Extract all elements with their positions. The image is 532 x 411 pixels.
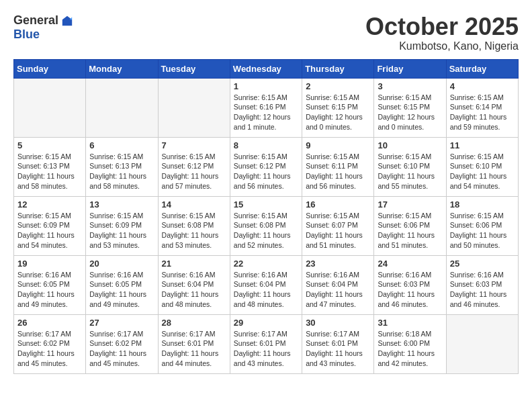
day-info: Sunrise: 6:17 AM Sunset: 6:01 PM Dayligh… (162, 329, 226, 369)
day-info: Sunrise: 6:15 AM Sunset: 6:16 PM Dayligh… (234, 93, 298, 132)
day-number: 6 (89, 140, 154, 150)
day-number: 2 (306, 81, 370, 91)
day-number: 20 (89, 259, 154, 269)
day-info: Sunrise: 6:16 AM Sunset: 6:03 PM Dayligh… (450, 270, 515, 310)
day-number: 12 (17, 199, 82, 210)
day-cell: 4Sunrise: 6:15 AM Sunset: 6:14 PM Daylig… (446, 78, 518, 137)
day-info: Sunrise: 6:16 AM Sunset: 6:05 PM Dayligh… (89, 270, 154, 310)
day-number: 24 (378, 259, 442, 269)
day-cell (14, 78, 86, 137)
day-number: 8 (234, 140, 298, 150)
day-info: Sunrise: 6:15 AM Sunset: 6:13 PM Dayligh… (89, 152, 154, 191)
logo-blue-text: Blue (13, 28, 40, 41)
day-info: Sunrise: 6:16 AM Sunset: 6:04 PM Dayligh… (234, 270, 298, 310)
week-row-5: 26Sunrise: 6:17 AM Sunset: 6:02 PM Dayli… (14, 314, 519, 373)
day-cell: 6Sunrise: 6:15 AM Sunset: 6:13 PM Daylig… (86, 137, 158, 196)
day-cell (446, 314, 518, 373)
week-row-1: 1Sunrise: 6:15 AM Sunset: 6:16 PM Daylig… (14, 78, 519, 137)
day-number: 16 (306, 199, 370, 210)
day-cell: 22Sunrise: 6:16 AM Sunset: 6:04 PM Dayli… (230, 255, 302, 314)
day-cell: 28Sunrise: 6:17 AM Sunset: 6:01 PM Dayli… (158, 314, 230, 373)
day-cell: 31Sunrise: 6:18 AM Sunset: 6:00 PM Dayli… (374, 314, 446, 373)
day-number: 9 (306, 140, 370, 150)
day-cell: 23Sunrise: 6:16 AM Sunset: 6:04 PM Dayli… (302, 255, 374, 314)
day-number: 29 (234, 318, 298, 328)
day-info: Sunrise: 6:15 AM Sunset: 6:08 PM Dayligh… (162, 211, 226, 250)
logo-general-text: General (13, 13, 58, 28)
day-number: 19 (17, 259, 82, 269)
day-info: Sunrise: 6:15 AM Sunset: 6:09 PM Dayligh… (17, 211, 82, 250)
weekday-header-saturday: Saturday (446, 59, 518, 78)
day-info: Sunrise: 6:17 AM Sunset: 6:01 PM Dayligh… (234, 329, 298, 369)
day-cell: 2Sunrise: 6:15 AM Sunset: 6:15 PM Daylig… (302, 78, 374, 137)
week-row-3: 12Sunrise: 6:15 AM Sunset: 6:09 PM Dayli… (14, 196, 519, 255)
day-number: 1 (234, 81, 298, 91)
day-cell: 14Sunrise: 6:15 AM Sunset: 6:08 PM Dayli… (158, 196, 230, 255)
day-cell: 5Sunrise: 6:15 AM Sunset: 6:13 PM Daylig… (14, 137, 86, 196)
day-info: Sunrise: 6:17 AM Sunset: 6:02 PM Dayligh… (89, 329, 154, 369)
day-info: Sunrise: 6:16 AM Sunset: 6:03 PM Dayligh… (378, 270, 442, 310)
day-cell: 21Sunrise: 6:16 AM Sunset: 6:04 PM Dayli… (158, 255, 230, 314)
weekday-header-wednesday: Wednesday (230, 59, 302, 78)
day-info: Sunrise: 6:17 AM Sunset: 6:01 PM Dayligh… (306, 329, 370, 369)
day-cell: 13Sunrise: 6:15 AM Sunset: 6:09 PM Dayli… (86, 196, 158, 255)
day-info: Sunrise: 6:16 AM Sunset: 6:04 PM Dayligh… (306, 270, 370, 310)
day-cell: 12Sunrise: 6:15 AM Sunset: 6:09 PM Dayli… (14, 196, 86, 255)
day-cell: 9Sunrise: 6:15 AM Sunset: 6:11 PM Daylig… (302, 137, 374, 196)
day-cell: 3Sunrise: 6:15 AM Sunset: 6:15 PM Daylig… (374, 78, 446, 137)
day-info: Sunrise: 6:17 AM Sunset: 6:02 PM Dayligh… (17, 329, 82, 369)
day-number: 21 (162, 259, 226, 269)
day-cell: 29Sunrise: 6:17 AM Sunset: 6:01 PM Dayli… (230, 314, 302, 373)
page-header: General Blue October 2025 Kumbotso, Kano… (13, 13, 519, 52)
day-info: Sunrise: 6:15 AM Sunset: 6:06 PM Dayligh… (378, 211, 442, 250)
day-info: Sunrise: 6:15 AM Sunset: 6:06 PM Dayligh… (450, 211, 515, 250)
week-row-4: 19Sunrise: 6:16 AM Sunset: 6:05 PM Dayli… (14, 255, 519, 314)
day-info: Sunrise: 6:15 AM Sunset: 6:09 PM Dayligh… (89, 211, 154, 250)
day-info: Sunrise: 6:15 AM Sunset: 6:12 PM Dayligh… (234, 152, 298, 191)
day-number: 11 (450, 140, 515, 150)
day-cell: 19Sunrise: 6:16 AM Sunset: 6:05 PM Dayli… (14, 255, 86, 314)
day-number: 25 (450, 259, 515, 269)
day-cell: 8Sunrise: 6:15 AM Sunset: 6:12 PM Daylig… (230, 137, 302, 196)
day-info: Sunrise: 6:15 AM Sunset: 6:07 PM Dayligh… (306, 211, 370, 250)
weekday-header-thursday: Thursday (302, 59, 374, 78)
weekday-header-tuesday: Tuesday (158, 59, 230, 78)
day-cell (86, 78, 158, 137)
week-row-2: 5Sunrise: 6:15 AM Sunset: 6:13 PM Daylig… (14, 137, 519, 196)
day-info: Sunrise: 6:15 AM Sunset: 6:08 PM Dayligh… (234, 211, 298, 250)
weekday-header-monday: Monday (86, 59, 158, 78)
day-cell: 15Sunrise: 6:15 AM Sunset: 6:08 PM Dayli… (230, 196, 302, 255)
day-cell: 24Sunrise: 6:16 AM Sunset: 6:03 PM Dayli… (374, 255, 446, 314)
day-info: Sunrise: 6:15 AM Sunset: 6:15 PM Dayligh… (378, 93, 442, 132)
day-cell: 26Sunrise: 6:17 AM Sunset: 6:02 PM Dayli… (14, 314, 86, 373)
day-info: Sunrise: 6:15 AM Sunset: 6:11 PM Dayligh… (306, 152, 370, 191)
day-number: 27 (89, 318, 154, 328)
month-title: October 2025 (365, 13, 519, 40)
day-cell: 7Sunrise: 6:15 AM Sunset: 6:12 PM Daylig… (158, 137, 230, 196)
day-info: Sunrise: 6:18 AM Sunset: 6:00 PM Dayligh… (378, 329, 442, 369)
day-cell: 27Sunrise: 6:17 AM Sunset: 6:02 PM Dayli… (86, 314, 158, 373)
day-number: 7 (162, 140, 226, 150)
day-info: Sunrise: 6:16 AM Sunset: 6:05 PM Dayligh… (17, 270, 82, 310)
day-info: Sunrise: 6:15 AM Sunset: 6:10 PM Dayligh… (378, 152, 442, 191)
day-number: 15 (234, 199, 298, 210)
day-cell: 20Sunrise: 6:16 AM Sunset: 6:05 PM Dayli… (86, 255, 158, 314)
day-info: Sunrise: 6:15 AM Sunset: 6:15 PM Dayligh… (306, 93, 370, 132)
day-info: Sunrise: 6:15 AM Sunset: 6:12 PM Dayligh… (162, 152, 226, 191)
title-block: October 2025 Kumbotso, Kano, Nigeria (365, 13, 519, 52)
day-number: 22 (234, 259, 298, 269)
calendar-table: SundayMondayTuesdayWednesdayThursdayFrid… (13, 59, 519, 374)
day-info: Sunrise: 6:15 AM Sunset: 6:13 PM Dayligh… (17, 152, 82, 191)
day-cell: 25Sunrise: 6:16 AM Sunset: 6:03 PM Dayli… (446, 255, 518, 314)
day-number: 4 (450, 81, 515, 91)
day-number: 30 (306, 318, 370, 328)
location-text: Kumbotso, Kano, Nigeria (365, 40, 519, 52)
day-number: 17 (378, 199, 442, 210)
day-number: 28 (162, 318, 226, 328)
day-number: 10 (378, 140, 442, 150)
day-cell: 11Sunrise: 6:15 AM Sunset: 6:10 PM Dayli… (446, 137, 518, 196)
day-number: 18 (450, 199, 515, 210)
day-info: Sunrise: 6:16 AM Sunset: 6:04 PM Dayligh… (162, 270, 226, 310)
day-cell (158, 78, 230, 137)
day-number: 14 (162, 199, 226, 210)
